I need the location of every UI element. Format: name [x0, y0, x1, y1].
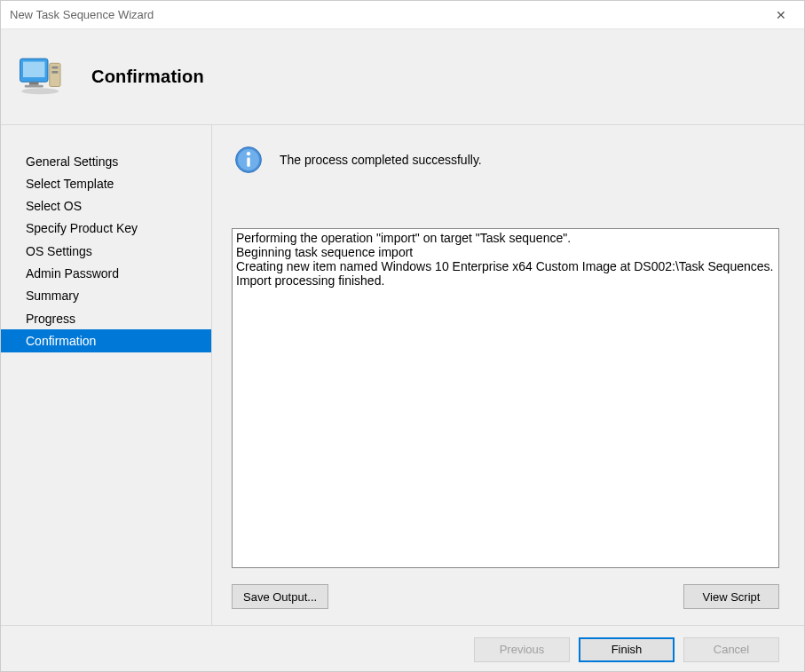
- svg-rect-5: [51, 66, 58, 68]
- sidebar-step-label: General Settings: [26, 154, 118, 169]
- sidebar-step-label: Confirmation: [26, 334, 96, 348]
- sidebar-step-label: Admin Password: [26, 266, 119, 281]
- close-icon[interactable]: ✕: [769, 4, 793, 26]
- status-row: The process completed successfully.: [232, 145, 779, 175]
- sidebar-step-label: Summary: [26, 289, 79, 303]
- sidebar-step-label: Select Template: [26, 177, 114, 191]
- svg-point-11: [247, 152, 250, 155]
- window-title: New Task Sequence Wizard: [10, 8, 154, 21]
- computer-icon: [17, 52, 67, 102]
- svg-rect-3: [25, 84, 43, 87]
- sidebar-step-summary[interactable]: Summary: [1, 285, 211, 307]
- svg-rect-6: [51, 71, 58, 74]
- wizard-steps-sidebar: General SettingsSelect TemplateSelect OS…: [1, 125, 212, 625]
- finish-button[interactable]: Finish: [579, 637, 675, 662]
- svg-rect-2: [29, 82, 39, 85]
- svg-rect-10: [247, 157, 249, 166]
- sidebar-step-label: Select OS: [26, 199, 82, 213]
- previous-button: Previous: [474, 637, 570, 662]
- output-actions-row: Save Output... View Script: [232, 584, 779, 609]
- sidebar-step-progress[interactable]: Progress: [1, 307, 211, 329]
- svg-rect-1: [23, 61, 45, 77]
- sidebar-step-admin-password[interactable]: Admin Password: [1, 262, 211, 284]
- wizard-header: Confirmation: [1, 29, 804, 125]
- sidebar-step-label: Specify Product Key: [26, 221, 138, 235]
- titlebar: New Task Sequence Wizard ✕: [1, 1, 804, 29]
- page-title: Confirmation: [91, 67, 204, 87]
- log-output[interactable]: Performing the operation "import" on tar…: [232, 228, 779, 568]
- sidebar-step-confirmation[interactable]: Confirmation: [1, 329, 211, 352]
- wizard-main-panel: The process completed successfully. Perf…: [212, 125, 804, 625]
- save-output-button[interactable]: Save Output...: [232, 584, 328, 609]
- wizard-body: General SettingsSelect TemplateSelect OS…: [1, 125, 804, 625]
- svg-point-7: [21, 88, 59, 94]
- sidebar-step-select-template[interactable]: Select Template: [1, 172, 211, 194]
- info-icon: [233, 145, 264, 175]
- sidebar-step-general-settings[interactable]: General Settings: [1, 150, 211, 172]
- sidebar-step-os-settings[interactable]: OS Settings: [1, 240, 211, 262]
- sidebar-step-label: Progress: [26, 312, 75, 326]
- cancel-button: Cancel: [683, 637, 779, 662]
- sidebar-step-label: OS Settings: [26, 244, 92, 258]
- sidebar-step-select-os[interactable]: Select OS: [1, 195, 211, 217]
- view-script-button[interactable]: View Script: [683, 584, 779, 609]
- wizard-footer: Previous Finish Cancel: [1, 625, 804, 672]
- status-message: The process completed successfully.: [280, 153, 482, 167]
- sidebar-step-specify-product-key[interactable]: Specify Product Key: [1, 217, 211, 240]
